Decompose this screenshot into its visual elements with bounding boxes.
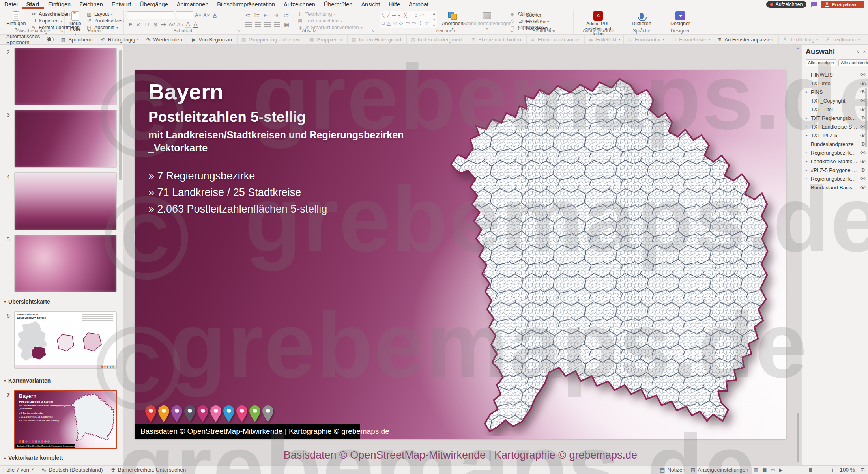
line-spacing-button[interactable]: ↕≡	[282, 12, 289, 18]
gallery-more-icon[interactable]: ≡	[433, 23, 435, 27]
record-button[interactable]: Aufzeichnen	[766, 1, 807, 8]
menu-item[interactable]: Überprüfen	[320, 0, 357, 9]
shape-icon[interactable]: □	[382, 21, 385, 26]
shape-gallery[interactable]: ╲╱─┐╳⌐○◠ □△▽◇⇦⇨⇧☆ ▲ ▼ ≡	[380, 11, 437, 28]
shape-icon[interactable]: ╱	[387, 13, 390, 18]
shape-icon[interactable]: ☆	[425, 21, 429, 26]
section-header-complete[interactable]: ▸ Vektorkarte komplett	[4, 455, 63, 461]
selection-list-item[interactable]: TXT_Copyright	[806, 96, 866, 105]
expand-chevron-icon[interactable]: ▸	[806, 116, 810, 120]
italic-button[interactable]: K	[135, 22, 142, 28]
find-button[interactable]: Suchen	[518, 12, 570, 18]
selection-list-item[interactable]: ▸ #PLZ-5 Polygone (ohne Füll...	[806, 166, 866, 174]
slide-editor[interactable]: Bayern Postleitzahlen 5-stellig mit Land…	[135, 70, 786, 439]
shape-icon[interactable]: ─	[392, 13, 396, 18]
fit-slide-button[interactable]: ⊡	[861, 467, 865, 473]
menu-item[interactable]: Animationen	[172, 0, 213, 9]
shape-icon[interactable]: ◇	[399, 21, 403, 26]
language-selector[interactable]: Deutsch (Deutschland)	[41, 467, 103, 473]
scroll-up-icon[interactable]: ▲	[795, 46, 801, 50]
expand-chevron-icon[interactable]: ▸	[806, 177, 810, 181]
notes-button[interactable]: ▤Notizen	[660, 467, 686, 473]
text-shadow-button[interactable]: S	[152, 22, 159, 28]
selection-list-item[interactable]: ▸ Landkreise-Stadtkreise	[806, 157, 866, 166]
dialog-launcher-icon[interactable]: ↘	[238, 29, 241, 33]
shape-icon[interactable]: ▽	[393, 21, 397, 26]
slide-thumbnail-6[interactable]: Übersichtskarte Deutschland + Bayern	[14, 311, 117, 369]
quickbar-button[interactable]: A Textfüllung ▾	[778, 35, 821, 44]
accessibility-checker[interactable]: Barrierefreiheit: Untersuchen	[111, 467, 186, 473]
menu-item[interactable]: Acrobat	[404, 0, 433, 9]
display-settings-button[interactable]: ⊞Anzeigeeinstellungen	[691, 467, 748, 473]
shape-icon[interactable]: ⇦	[405, 21, 409, 26]
shape-icon[interactable]: ◠	[420, 13, 424, 18]
menu-item[interactable]: Datei	[0, 0, 22, 9]
autosave-toggle[interactable]	[47, 37, 54, 42]
zoom-control[interactable]: − +	[788, 467, 834, 473]
columns-button[interactable]: ▦	[283, 21, 290, 28]
zoom-slider[interactable]	[794, 470, 828, 470]
hide-all-button[interactable]: Alle ausblenden	[838, 59, 868, 66]
quickbar-button[interactable]: ⊞ An Fenster anpassen	[713, 35, 778, 44]
font-color-button[interactable]: A	[193, 21, 198, 28]
thumbnail-scrollbar[interactable]	[118, 46, 122, 464]
section-collapse-icon[interactable]: ▾	[4, 300, 6, 304]
quickbar-button[interactable]: ▲ Ebene nach vorne	[526, 35, 585, 44]
selection-list-item[interactable]: TXT_Titel	[806, 105, 866, 114]
slide-thumbnail-3[interactable]	[14, 110, 117, 168]
menu-item[interactable]: Einfügen	[44, 0, 75, 9]
shape-icon[interactable]: ╲	[382, 13, 385, 18]
quickbar-button[interactable]: ▧ Gruppierung aufheben	[237, 35, 305, 44]
slide-bullet-list[interactable]: » 7 Regierungsbezirke» 71 Landkreise / 2…	[148, 168, 327, 218]
scroll-down-icon[interactable]: ▼	[432, 18, 436, 21]
change-case-button[interactable]: Aa	[177, 22, 183, 28]
shape-icon[interactable]: ⇧	[418, 21, 422, 26]
menu-item[interactable]: Start	[22, 0, 44, 9]
zoom-level[interactable]: 100 %	[840, 467, 855, 473]
slide-subtitle[interactable]: Postleitzahlen 5-stellig	[148, 109, 306, 125]
bold-button[interactable]: F	[127, 22, 134, 28]
layout-button[interactable]: ▥Layout▾	[86, 11, 124, 17]
menu-item[interactable]: Übergänge	[135, 0, 172, 9]
shape-icon[interactable]: △	[387, 21, 391, 26]
expand-chevron-icon[interactable]: ▸	[806, 133, 810, 137]
numbering-button[interactable]: 1≡	[254, 12, 260, 18]
selection-list-item[interactable]: ▸ TXT_PLZ-5	[806, 131, 866, 140]
align-center-button[interactable]	[255, 22, 261, 27]
quickbar-button[interactable]: ▨ In den Vordergrund	[406, 35, 467, 44]
shape-gallery-scrollbar[interactable]: ▲ ▼ ≡	[431, 11, 437, 28]
justify-button[interactable]	[274, 22, 280, 27]
expand-chevron-icon[interactable]: ▸	[806, 90, 810, 94]
highlight-color-button[interactable]: A	[185, 21, 191, 28]
quickbar-button[interactable]: A Textkontur ▾	[821, 35, 863, 44]
shape-icon[interactable]: ⌐	[409, 13, 412, 18]
expand-chevron-icon[interactable]: ▸	[806, 168, 810, 172]
reading-view-button[interactable]: ▭	[771, 467, 775, 473]
grow-font-button[interactable]: A˄	[195, 12, 202, 18]
selection-pane-scrollbar[interactable]: ▲	[864, 82, 868, 462]
selection-list-item[interactable]: ▸ Regierungsbezirke farbig	[806, 174, 866, 183]
align-right-button[interactable]	[264, 22, 271, 27]
expand-chevron-icon[interactable]: ▸	[806, 125, 810, 129]
zoom-slider-knob[interactable]	[809, 468, 812, 472]
slide-subline-1[interactable]: mit Landkreisen/Stadtkreisen und Regieru…	[148, 129, 404, 141]
selection-list-item[interactable]: ▸ PINS	[806, 88, 866, 96]
section-header-variants[interactable]: ▾ KartenVarianten	[4, 377, 51, 384]
font-size-input[interactable]	[176, 11, 193, 19]
normal-view-button[interactable]: ▥	[754, 467, 758, 473]
bavaria-map[interactable]	[436, 73, 784, 436]
scroll-up-icon[interactable]: ▲	[432, 12, 436, 15]
zoom-out-button[interactable]: −	[788, 467, 791, 473]
selection-list-item[interactable]: ▸ TXT Landkreise-Stadtkreise	[806, 122, 866, 131]
share-button[interactable]: Freigeben ▾	[821, 1, 864, 8]
selection-list-item[interactable]: Bundeslandgrenze	[806, 140, 866, 148]
align-text-button[interactable]: ▤Text ausrichten▾	[297, 18, 362, 24]
quickbar-button[interactable]: ↷ Wiederholen	[142, 35, 187, 44]
slide-thumbnail-2[interactable]	[14, 48, 117, 105]
character-spacing-button[interactable]: AV	[168, 22, 175, 28]
replace-button[interactable]: ⇄Ersetzen▾	[518, 19, 570, 24]
shape-icon[interactable]: ╳	[404, 13, 407, 18]
quickbar-button[interactable]: ▦ Gruppieren	[305, 35, 347, 44]
shape-icon[interactable]: ○	[415, 13, 418, 18]
slide-thumbnail-7[interactable]: Bayern Postleitzahlen 5-stellig mit Land…	[14, 390, 117, 449]
